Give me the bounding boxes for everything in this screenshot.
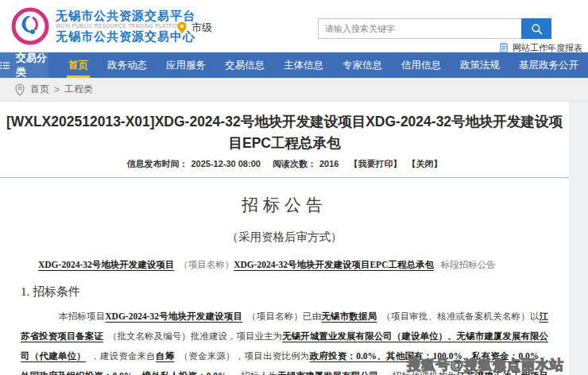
breadcrumb: 首页 > 工程类 xyxy=(0,78,588,102)
site-logo-link[interactable]: 无锡市公共资源交易平台 WUXI PUBLIC RESOURCE TRADING… xyxy=(11,7,195,45)
views-value: 2016 xyxy=(319,159,338,168)
org-name-center: 无锡市公共资源交易中心 xyxy=(56,30,195,43)
list-menu-icon xyxy=(0,60,10,71)
org-name-english: WUXI PUBLIC RESOURCE TRADING PLATFORM xyxy=(56,23,195,29)
breadcrumb-current: 工程类 xyxy=(64,83,93,96)
site-title-block: 无锡市公共资源交易平台 WUXI PUBLIC RESOURCE TRADING… xyxy=(56,10,195,42)
nav-item-policy-regulations[interactable]: 政策法规 xyxy=(451,52,509,78)
nav-links: 首页 政务动态 应用服务 交易信息 主体信息 专家信息 信用信息 政策法规 基层… xyxy=(59,52,588,78)
close-button[interactable]: 【关闭】 xyxy=(408,159,443,168)
org-name-platform: 无锡市公共资源交易平台 xyxy=(56,10,195,22)
nav-item-trade-info[interactable]: 交易信息 xyxy=(215,52,274,78)
tender-notice-document: 招标公告 （采用资格后审方式） XDG-2024-32号地块开发建设项目（项目名… xyxy=(0,178,569,375)
site-header: 无锡市公共资源交易平台 WUXI PUBLIC RESOURCE TRADING… xyxy=(0,0,588,52)
region-level-selector[interactable]: 市级 xyxy=(176,21,212,35)
breadcrumb-pin-icon xyxy=(14,83,25,96)
trade-category-label: 交易分类 xyxy=(16,51,48,79)
section-1-heading: 1. 招标条件 xyxy=(21,284,548,300)
article-panel: [WXLX202512013-X01]XDG-2024-32号地块开发建设项目X… xyxy=(0,102,569,375)
views-label: 阅读次数： xyxy=(273,159,316,168)
notice-subtitle: （采用资格后审方式） xyxy=(21,230,548,245)
nav-item-gov-news[interactable]: 政务动态 xyxy=(98,52,157,78)
nav-item-entity-info[interactable]: 主体信息 xyxy=(274,52,333,78)
page: 无锡市公共资源交易平台 WUXI PUBLIC RESOURCE TRADING… xyxy=(0,0,588,375)
search-input[interactable] xyxy=(318,18,521,39)
location-pin-icon xyxy=(176,21,188,34)
breadcrumb-home-link[interactable]: 首页 xyxy=(30,83,49,96)
nav-item-grassroots-gov[interactable]: 基层政务公开 xyxy=(509,52,588,78)
trade-category-button[interactable]: 交易分类 xyxy=(0,52,48,78)
sohu-watermark: 搜狐号@搜狐焦点丽水站 xyxy=(407,356,564,374)
region-level-label: 市级 xyxy=(191,21,212,35)
nav-item-expert-info[interactable]: 专家信息 xyxy=(333,52,392,78)
publish-time-value: 2025-12-30 08:00 xyxy=(191,159,260,168)
search-button[interactable] xyxy=(521,18,551,39)
article-meta-bar: 信息发布时间：2025-12-30 08:00 阅读次数：2016 【我要打印】… xyxy=(0,158,569,178)
article-title: [WXLX202512013-X01]XDG-2024-32号地块开发建设项目X… xyxy=(0,102,569,154)
notice-title: 招标公告 xyxy=(21,194,548,216)
project-name-line: XDG-2024-32号地块开发建设项目（项目名称）XDG-2024-32号地块… xyxy=(21,257,548,273)
site-search xyxy=(318,18,551,39)
search-icon xyxy=(530,22,544,36)
print-button[interactable]: 【我要打印】 xyxy=(350,159,402,168)
main-navbar: 交易分类 首页 政务动态 应用服务 交易信息 主体信息 专家信息 信用信息 政策… xyxy=(0,52,588,78)
breadcrumb-separator: > xyxy=(54,84,60,95)
nav-item-app-services[interactable]: 应用服务 xyxy=(157,52,215,78)
nav-item-credit-info[interactable]: 信用信息 xyxy=(392,52,451,78)
site-logo-icon xyxy=(11,7,49,45)
nav-item-home[interactable]: 首页 xyxy=(59,52,98,78)
publish-time-label: 信息发布时间： xyxy=(126,159,188,168)
